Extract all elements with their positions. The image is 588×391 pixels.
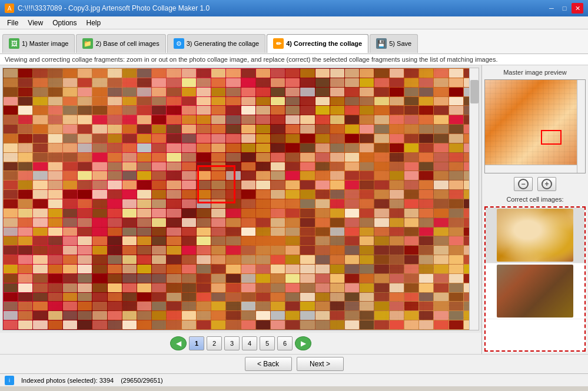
preview-vscrollbar[interactable]: [577, 80, 585, 173]
minimize-button[interactable]: ─: [546, 3, 557, 14]
master-preview: [484, 79, 586, 173]
tab-base[interactable]: 📁 2) Base of cell images: [76, 34, 165, 53]
tab-correcting[interactable]: ✏ 4) Correcting the collage: [267, 34, 368, 53]
pagination: ◀ 1 2 3 4 5 6 ▶: [0, 333, 481, 354]
titlebar-controls: ─ □ ✕: [546, 3, 583, 14]
selected-cell[interactable]: [197, 165, 235, 203]
page-6-button[interactable]: 6: [277, 336, 293, 350]
page-3-button[interactable]: 3: [224, 336, 240, 350]
page-1-button[interactable]: 1: [189, 336, 204, 350]
tab-save-label: 5) Save: [389, 40, 411, 47]
horizontal-scrollbar[interactable]: [5, 330, 476, 330]
menu-file[interactable]: File: [2, 18, 23, 28]
collage-area: ◀ 1 2 3 4 5 6 ▶: [0, 65, 482, 354]
collage-image[interactable]: [3, 68, 479, 330]
zoom-controls: − +: [484, 176, 586, 192]
vertical-scrollbar-thumb[interactable]: [470, 80, 479, 103]
base-icon: 📁: [82, 38, 93, 49]
menu-view[interactable]: View: [23, 18, 48, 28]
zoom-in-button[interactable]: +: [537, 177, 556, 191]
close-button[interactable]: ✕: [572, 3, 583, 14]
master-selection-box: [541, 130, 562, 145]
main-content: ◀ 1 2 3 4 5 6 ▶ Master image preview − +: [0, 65, 588, 354]
infobar-text: Viewing and correcting collage fragments…: [5, 56, 497, 63]
menu-options[interactable]: Options: [48, 18, 81, 28]
zoom-out-button[interactable]: −: [514, 177, 533, 191]
master-preview-title: Master image preview: [484, 68, 586, 77]
tab-correcting-label: 4) Correcting the collage: [286, 40, 362, 47]
page-next-button[interactable]: ▶: [295, 336, 311, 350]
master-icon: 🖼: [9, 38, 19, 49]
cell-item-2[interactable]: [486, 263, 584, 319]
tab-generating-label: 3) Generating the collage: [187, 40, 260, 47]
maximize-button[interactable]: □: [559, 3, 570, 14]
titlebar-text: C:\!!!\3337089 - Copy3.jpg Artensoft Pho…: [18, 4, 210, 12]
generating-icon: ⚙: [174, 38, 184, 49]
cell-thumbnail-2: [497, 265, 573, 318]
status-icon: i: [5, 376, 14, 385]
toolbar: 🖼 1) Master image 📁 2) Base of cell imag…: [0, 29, 588, 54]
tab-master[interactable]: 🖼 1) Master image: [2, 34, 75, 53]
infobar: Viewing and correcting collage fragments…: [0, 54, 588, 65]
next-button[interactable]: Next >: [297, 357, 344, 371]
correct-cells-title: Correct cell images:: [484, 195, 586, 204]
save-icon: 💾: [376, 38, 387, 49]
page-prev-button[interactable]: ◀: [170, 336, 187, 350]
tab-save[interactable]: 💾 5) Save: [370, 34, 418, 53]
cell-thumbnail-1: [497, 209, 573, 262]
bottom-nav: < Back Next >: [0, 354, 588, 373]
titlebar: A C:\!!!\3337089 - Copy3.jpg Artensoft P…: [0, 0, 588, 16]
preview-hscrollbar[interactable]: [485, 165, 577, 173]
collage-scroll-container[interactable]: [2, 68, 479, 330]
master-preview-image: [485, 80, 585, 173]
indexed-photos-text: Indexed photos (selected): 3394: [21, 377, 114, 384]
correcting-icon: ✏: [273, 38, 284, 49]
zoom-out-icon: −: [518, 179, 529, 189]
tab-master-label: 1) Master image: [22, 40, 68, 47]
vertical-scrollbar[interactable]: [469, 68, 479, 330]
tab-generating[interactable]: ⚙ 3) Generating the collage: [167, 34, 266, 53]
progress-text: (29650/29651): [121, 377, 163, 384]
app-icon: A: [5, 4, 14, 13]
page-2-button[interactable]: 2: [207, 336, 222, 350]
zoom-in-icon: +: [542, 179, 552, 189]
back-button[interactable]: < Back: [245, 357, 292, 371]
cell-item-1[interactable]: [486, 208, 584, 263]
mosaic-grid: [3, 68, 479, 330]
correct-cells-list[interactable]: [484, 206, 586, 352]
right-panel: Master image preview − + Correct cell im…: [482, 65, 588, 354]
menu-help[interactable]: Help: [82, 18, 106, 28]
tab-base-label: 2) Base of cell images: [95, 40, 159, 47]
page-5-button[interactable]: 5: [260, 336, 275, 350]
statusbar: i Indexed photos (selected): 3394 (29650…: [0, 373, 588, 386]
menubar: File View Options Help: [0, 16, 588, 29]
page-4-button[interactable]: 4: [242, 336, 257, 350]
